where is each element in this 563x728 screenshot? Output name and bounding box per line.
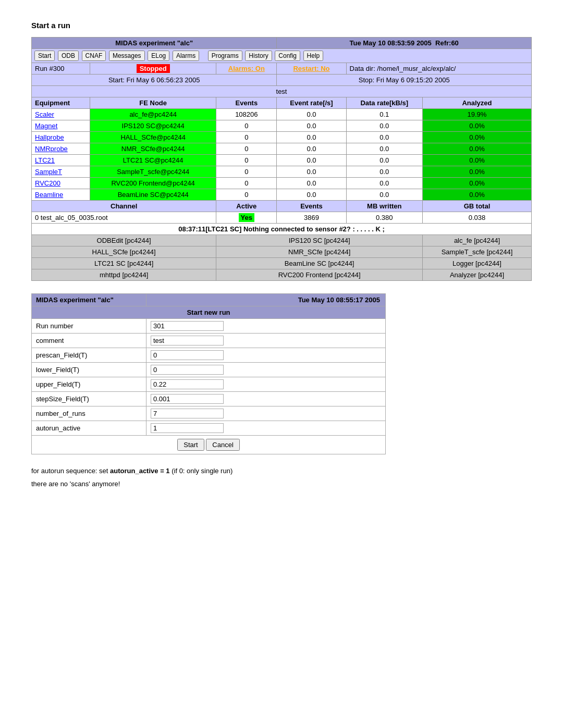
equipment-name[interactable]: Hallprobe (32, 132, 90, 143)
equipment-name[interactable]: Beamline (32, 189, 90, 201)
field-input-1[interactable] (151, 336, 224, 346)
field-label-1: comment (32, 334, 146, 348)
equipment-data-rate: 0.0 (346, 120, 422, 132)
service-item[interactable]: Logger [pc4244] (422, 258, 531, 269)
start-nav-button[interactable]: Start (34, 51, 55, 61)
equipment-row: NMRprobe NMR_SCfe@pc4244 0 0.0 0.0 0.0% (32, 143, 532, 155)
field-input-0[interactable] (151, 321, 224, 331)
field-input-5[interactable] (151, 394, 224, 404)
service-item[interactable]: SampleT_scfe [pc4244] (422, 246, 531, 258)
cnaf-nav-button[interactable]: CNAF (82, 51, 106, 61)
col-ch-events: Events (277, 201, 346, 212)
messages-nav-button[interactable]: Messages (109, 51, 145, 61)
field-input-7[interactable] (151, 423, 224, 433)
service-item[interactable]: NMR_SCfe [pc4244] (216, 246, 423, 258)
field-value-1[interactable] (146, 334, 386, 348)
channel-gb: 0.038 (422, 212, 531, 224)
start-experiment-label: MIDAS experiment "alc" (32, 294, 146, 306)
channel-row: 0 test_alc_05_0035.root Yes 3869 0.380 0… (32, 212, 532, 224)
equipment-node: IPS120 SC@pc4244 (90, 120, 216, 132)
restart-status[interactable]: Restart: No (277, 63, 346, 75)
service-item[interactable]: alc_fe [pc4244] (422, 235, 531, 246)
field-value-6[interactable] (146, 406, 386, 421)
field-input-6[interactable] (151, 409, 224, 418)
equipment-row: LTC21 LTC21 SC@pc4244 0 0.0 0.0 0.0% (32, 155, 532, 166)
start-run-field-row: comment (32, 334, 386, 348)
service-item[interactable]: Analyzer [pc4244] (422, 269, 531, 281)
equipment-event-rate: 0.0 (277, 166, 346, 178)
service-item[interactable]: HALL_SCfe [pc4244] (32, 246, 216, 258)
service-item[interactable]: RVC200 Frontend [pc4244] (216, 269, 423, 281)
run-status-badge: Stopped (90, 63, 216, 75)
equipment-analyzed: 0.0% (422, 178, 531, 189)
field-value-3[interactable] (146, 363, 386, 377)
equipment-name[interactable]: Scaler (32, 109, 90, 120)
col-event-rate: Event rate[/s] (277, 97, 346, 109)
equipment-row: SampleT SampleT_scfe@pc4244 0 0.0 0.0 0.… (32, 166, 532, 178)
equipment-node: HALL_SCfe@pc4244 (90, 132, 216, 143)
elog-nav-button[interactable]: ELog (148, 51, 169, 61)
field-input-3[interactable] (151, 365, 224, 375)
config-nav-button[interactable]: Config (275, 51, 300, 61)
field-value-7[interactable] (146, 421, 386, 436)
equipment-node: SampleT_scfe@pc4244 (90, 166, 216, 178)
col-data-rate: Data rate[kB/s] (346, 97, 422, 109)
equipment-name[interactable]: SampleT (32, 166, 90, 178)
service-item[interactable]: IPS120 SC [pc4244] (216, 235, 423, 246)
field-value-0[interactable] (146, 319, 386, 334)
footer-line1: for autorun sequence: set autorun_active… (31, 467, 532, 475)
col-equipment: Equipment (32, 97, 90, 109)
col-gb-total: GB total (422, 201, 531, 212)
service-item[interactable]: mhttpd [pc4244] (32, 269, 216, 281)
equipment-events: 0 (216, 120, 277, 132)
service-item[interactable]: ODBEdit [pc4244] (32, 235, 216, 246)
field-value-5[interactable] (146, 392, 386, 406)
start-run-field-row: stepSize_Field(T) (32, 392, 386, 406)
field-label-0: Run number (32, 319, 146, 334)
start-button[interactable]: Start (177, 439, 204, 451)
equipment-event-rate: 0.0 (277, 132, 346, 143)
services-row: HALL_SCfe [pc4244]NMR_SCfe [pc4244]Sampl… (32, 246, 532, 258)
start-time: Start: Fri May 6 06:56:23 2005 (32, 75, 277, 86)
equipment-events: 0 (216, 143, 277, 155)
equipment-name[interactable]: Magnet (32, 120, 90, 132)
channel-name[interactable]: 0 test_alc_05_0035.root (32, 212, 216, 224)
field-input-2[interactable] (151, 350, 224, 360)
service-item[interactable]: BeamLine SC [pc4244] (216, 258, 423, 269)
equipment-node: alc_fe@pc4244 (90, 109, 216, 120)
service-item[interactable]: LTC21 SC [pc4244] (32, 258, 216, 269)
odb-nav-button[interactable]: ODB (58, 51, 79, 61)
field-label-5: stepSize_Field(T) (32, 392, 146, 406)
programs-nav-button[interactable]: Programs (208, 51, 242, 61)
equipment-name[interactable]: LTC21 (32, 155, 90, 166)
midas-status-table: MIDAS experiment "alc" Tue May 10 08:53:… (31, 37, 532, 281)
equipment-analyzed: 0.0% (422, 166, 531, 178)
equipment-name[interactable]: RVC200 (32, 178, 90, 189)
field-value-4[interactable] (146, 377, 386, 392)
cancel-button[interactable]: Cancel (206, 439, 239, 451)
stop-time: Stop: Fri May 6 09:15:20 2005 (277, 75, 532, 86)
help-nav-button[interactable]: Help (303, 51, 324, 61)
equipment-analyzed: 0.0% (422, 189, 531, 201)
field-value-2[interactable] (146, 348, 386, 363)
col-active: Active (216, 201, 277, 212)
start-run-field-row: prescan_Field(T) (32, 348, 386, 363)
equipment-events: 0 (216, 155, 277, 166)
equipment-name[interactable]: NMRprobe (32, 143, 90, 155)
history-nav-button[interactable]: History (245, 51, 272, 61)
start-run-table: MIDAS experiment "alc" Tue May 10 08:55:… (31, 293, 386, 454)
equipment-data-rate: 0.0 (346, 178, 422, 189)
channel-mb: 0.380 (346, 212, 422, 224)
equipment-event-rate: 0.0 (277, 155, 346, 166)
midas-experiment-label: MIDAS experiment "alc" (32, 38, 277, 49)
alarms-nav-button[interactable]: Alarms (173, 51, 199, 61)
equipment-analyzed: 0.0% (422, 155, 531, 166)
start-run-field-row: lower_Field(T) (32, 363, 386, 377)
equipment-data-rate: 0.0 (346, 155, 422, 166)
alarms-status[interactable]: Alarms: On (216, 63, 277, 75)
equipment-events: 108206 (216, 109, 277, 120)
equipment-row: Hallprobe HALL_SCfe@pc4244 0 0.0 0.0 0.0… (32, 132, 532, 143)
form-buttons-row: Start Cancel (32, 436, 386, 454)
field-input-4[interactable] (151, 379, 224, 389)
equipment-events: 0 (216, 132, 277, 143)
